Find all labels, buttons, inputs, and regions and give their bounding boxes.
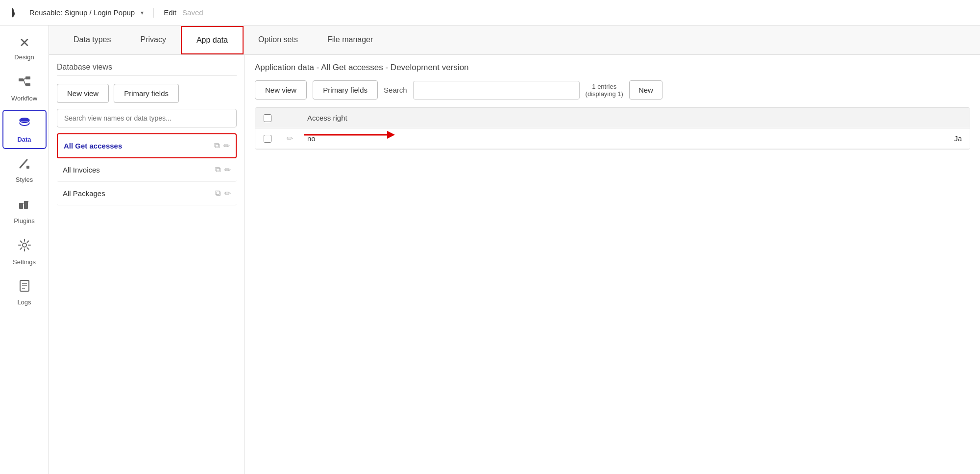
view-item-all-packages[interactable]: All Packages ⧉ ✏ [57, 182, 237, 205]
view-item-actions-2: ⧉ ✏ [215, 189, 231, 198]
tab-data-types[interactable]: Data types [59, 25, 125, 55]
search-data-input[interactable] [413, 81, 580, 100]
topbar-saved-label: Saved [182, 8, 203, 17]
svg-line-3 [24, 78, 25, 80]
topbar-dropdown-icon[interactable]: ▾ [141, 9, 144, 16]
tab-file-manager[interactable]: File manager [313, 25, 388, 55]
tab-app-data[interactable]: App data [181, 26, 244, 54]
header-access-right: Access right [299, 108, 970, 128]
topbar-title: Reusable: Signup / Login Popup [29, 8, 135, 17]
view-item-actions-0: ⧉ ✏ [214, 141, 230, 150]
topbar: Reusable: Signup / Login Popup ▾ Edit Sa… [0, 0, 980, 25]
svg-rect-2 [25, 83, 30, 86]
new-entry-button[interactable]: New [629, 80, 662, 100]
inner-content: Database views New view Primary fields A… [49, 55, 980, 474]
data-icon [18, 116, 31, 133]
copy-icon-0[interactable]: ⧉ [214, 141, 220, 150]
edit-icon-0[interactable]: ✏ [223, 141, 230, 150]
header-edit-col [280, 108, 299, 128]
sidebar-item-design[interactable]: ✕ Design [2, 29, 47, 67]
table-row: ✏ no Ja [255, 128, 970, 149]
primary-fields-button[interactable]: Primary fields [114, 84, 179, 103]
tab-option-sets[interactable]: Option sets [244, 25, 313, 55]
row-edit-cell[interactable]: ✏ [280, 134, 299, 143]
view-item-label-all-packages: All Packages [63, 189, 105, 198]
tabs-bar: Data types Privacy App data Option sets … [49, 25, 980, 55]
workflow-icon [18, 75, 31, 92]
design-icon: ✕ [19, 35, 30, 50]
sidebar-item-workflow[interactable]: Workflow [2, 69, 47, 108]
row-checkbox[interactable] [264, 135, 271, 143]
row-checkbox-cell [255, 129, 280, 149]
tab-privacy[interactable]: Privacy [125, 25, 180, 55]
header-checkbox[interactable] [264, 114, 271, 122]
svg-rect-7 [26, 166, 29, 169]
settings-icon [18, 238, 31, 255]
svg-rect-1 [25, 76, 30, 79]
content-area: Data types Privacy App data Option sets … [49, 25, 980, 474]
button-row: New view Primary fields [57, 84, 237, 103]
sidebar-item-styles[interactable]: Styles [2, 151, 47, 189]
sidebar-label-settings: Settings [13, 258, 36, 266]
svg-line-6 [20, 160, 27, 168]
sidebar: ✕ Design Workflow [0, 25, 49, 474]
copy-icon-1[interactable]: ⧉ [215, 165, 220, 175]
copy-icon-2[interactable]: ⧉ [215, 189, 220, 198]
topbar-edit-label: Edit [164, 8, 176, 17]
edit-icon-1[interactable]: ✏ [224, 165, 231, 175]
new-view-button-right[interactable]: New view [255, 80, 307, 100]
styles-icon [18, 157, 31, 173]
right-panel: Application data - All Get accesses - De… [245, 55, 980, 474]
row-access-right-value: no [299, 128, 946, 149]
sidebar-label-data: Data [17, 136, 31, 143]
svg-rect-0 [19, 78, 24, 81]
new-view-button[interactable]: New view [57, 84, 109, 103]
panel-title: Database views [57, 63, 237, 76]
svg-line-4 [24, 80, 25, 85]
left-panel: Database views New view Primary fields A… [49, 55, 245, 474]
header-checkbox-col [255, 108, 280, 128]
view-item-label-all-invoices: All Invoices [63, 166, 100, 174]
right-title: Application data - All Get accesses - De… [255, 63, 469, 73]
logs-icon [18, 279, 31, 296]
row-extra-value: Ja [946, 128, 970, 149]
sidebar-label-design: Design [14, 53, 34, 61]
sidebar-item-plugins[interactable]: Plugins [2, 191, 47, 230]
topbar-separator [153, 8, 154, 18]
plugins-icon [18, 197, 31, 214]
sidebar-item-logs[interactable]: Logs [2, 274, 47, 312]
view-item-all-get-accesses[interactable]: All Get accesses ⧉ ✏ [57, 133, 237, 158]
search-row: New view Primary fields Search 1 entries… [255, 80, 970, 100]
svg-point-12 [23, 243, 26, 247]
sidebar-item-settings[interactable]: Settings [2, 232, 47, 272]
svg-point-5 [20, 118, 29, 122]
sidebar-label-workflow: Workflow [11, 95, 37, 102]
view-item-label-all-get-accesses: All Get accesses [64, 142, 122, 150]
main-layout: ✕ Design Workflow [0, 25, 980, 474]
row-edit-icon[interactable]: ✏ [287, 134, 293, 143]
edit-icon-2[interactable]: ✏ [224, 189, 231, 198]
view-items-container: All Get accesses ⧉ ✏ All Invoices ⧉ ✏ [57, 133, 237, 205]
views-list: All Get accesses ⧉ ✏ All Invoices ⧉ ✏ [57, 133, 237, 466]
entries-info: 1 entries (displaying 1) [586, 83, 623, 98]
sidebar-label-plugins: Plugins [14, 217, 35, 225]
sidebar-label-styles: Styles [16, 176, 33, 183]
svg-rect-11 [26, 201, 28, 202]
svg-rect-10 [22, 203, 24, 204]
table-header: Access right [255, 108, 970, 128]
search-views-input[interactable] [57, 109, 237, 127]
view-item-actions-1: ⧉ ✏ [215, 165, 231, 175]
sidebar-label-logs: Logs [17, 299, 31, 306]
primary-fields-button-right[interactable]: Primary fields [313, 80, 378, 100]
search-label: Search [384, 86, 407, 94]
right-header: Application data - All Get accesses - De… [255, 63, 970, 73]
app-logo[interactable] [8, 5, 24, 21]
view-item-all-invoices[interactable]: All Invoices ⧉ ✏ [57, 158, 237, 182]
data-table: Access right ✏ no Ja [255, 107, 970, 150]
sidebar-item-data[interactable]: Data [2, 110, 47, 149]
